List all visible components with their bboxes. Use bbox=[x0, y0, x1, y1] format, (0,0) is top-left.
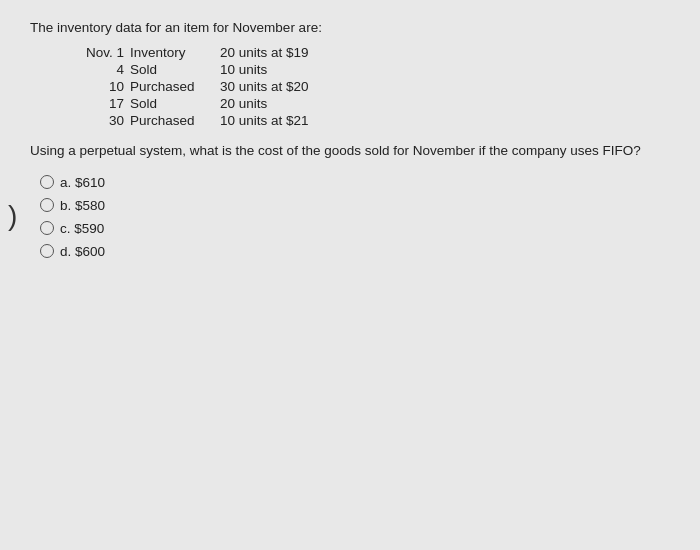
inventory-detail: 10 units at $21 bbox=[220, 113, 420, 128]
radio-c[interactable] bbox=[40, 221, 54, 235]
inventory-row: Nov. 1Inventory20 units at $19 bbox=[70, 45, 670, 60]
inventory-row: 17Sold20 units bbox=[70, 96, 670, 111]
radio-a[interactable] bbox=[40, 175, 54, 189]
inventory-date: 17 bbox=[70, 96, 130, 111]
inventory-row: 4Sold10 units bbox=[70, 62, 670, 77]
option-label-d: d. $600 bbox=[60, 244, 105, 259]
inventory-date: 10 bbox=[70, 79, 130, 94]
option-row-d[interactable]: d. $600 bbox=[40, 244, 670, 259]
question-text: Using a perpetual system, what is the co… bbox=[30, 142, 670, 161]
inventory-action: Inventory bbox=[130, 45, 220, 60]
option-label-a: a. $610 bbox=[60, 175, 105, 190]
inventory-date: 4 bbox=[70, 62, 130, 77]
option-label-c: c. $590 bbox=[60, 221, 104, 236]
inventory-action: Purchased bbox=[130, 79, 220, 94]
intro-text: The inventory data for an item for Novem… bbox=[30, 20, 670, 35]
option-row-b[interactable]: b. $580 bbox=[40, 198, 670, 213]
inventory-action: Purchased bbox=[130, 113, 220, 128]
option-row-a[interactable]: a. $610 bbox=[40, 175, 670, 190]
inventory-detail: 20 units at $19 bbox=[220, 45, 420, 60]
inventory-detail: 20 units bbox=[220, 96, 420, 111]
inventory-action: Sold bbox=[130, 96, 220, 111]
radio-d[interactable] bbox=[40, 244, 54, 258]
inventory-detail: 30 units at $20 bbox=[220, 79, 420, 94]
inventory-row: 30Purchased10 units at $21 bbox=[70, 113, 670, 128]
inventory-row: 10Purchased30 units at $20 bbox=[70, 79, 670, 94]
option-label-b: b. $580 bbox=[60, 198, 105, 213]
options-container: a. $610b. $580c. $590d. $600 bbox=[40, 175, 670, 259]
inventory-date: 30 bbox=[70, 113, 130, 128]
inventory-date: Nov. 1 bbox=[70, 45, 130, 60]
option-row-c[interactable]: c. $590 bbox=[40, 221, 670, 236]
inventory-action: Sold bbox=[130, 62, 220, 77]
radio-b[interactable] bbox=[40, 198, 54, 212]
inventory-detail: 10 units bbox=[220, 62, 420, 77]
bracket: ) bbox=[8, 200, 17, 232]
inventory-table: Nov. 1Inventory20 units at $194Sold10 un… bbox=[70, 45, 670, 128]
